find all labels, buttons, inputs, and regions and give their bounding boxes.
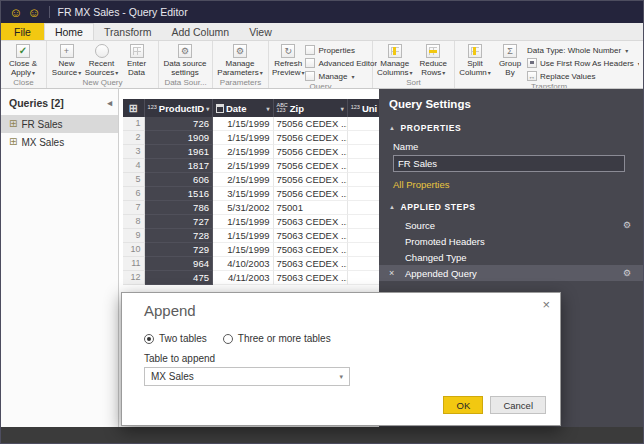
cell-units[interactable] (348, 145, 379, 159)
close-apply-button[interactable]: ✓ Close & Apply▾ (3, 43, 43, 78)
cell-date[interactable]: 2/15/1999 (213, 159, 274, 173)
table-row[interactable]: 2 1909 1/15/1999 75056 CEDEX ... (123, 131, 379, 145)
cell-productid[interactable]: 729 (145, 243, 213, 257)
recent-sources-button[interactable]: Recent Sources▾ (84, 43, 119, 78)
cell-date[interactable]: 2/15/1999 (213, 145, 274, 159)
cell-units[interactable] (348, 159, 379, 173)
tab-home[interactable]: Home (44, 23, 94, 40)
table-row[interactable]: 10 729 1/15/1999 75063 CEDEX ... (123, 243, 379, 257)
cell-date[interactable]: 1/15/1999 (213, 243, 274, 257)
cell-units[interactable] (348, 173, 379, 187)
cell-zip[interactable]: 75056 CEDEX ... (274, 117, 348, 131)
properties-button[interactable]: Properties (305, 44, 377, 56)
cell-units[interactable] (348, 243, 379, 257)
radio-two-tables[interactable]: Two tables (144, 333, 207, 344)
column-header-zip[interactable]: ABC 123 Zip ▾ (274, 99, 348, 117)
cell-units[interactable] (348, 215, 379, 229)
cell-productid[interactable]: 1817 (145, 159, 213, 173)
sidebar-item-fr-sales[interactable]: ⊞ FR Sales (1, 115, 118, 133)
cell-units[interactable] (348, 201, 379, 215)
smiley-icon[interactable]: ☺ (9, 6, 22, 19)
smiley-icon[interactable]: ☺ (27, 6, 40, 19)
table-row[interactable]: 9 728 1/15/1999 75063 CEDEX ... (123, 229, 379, 243)
delete-step-icon[interactable]: × (389, 268, 394, 278)
sidebar-item-mx-sales[interactable]: ⊞ MX Sales (1, 133, 118, 151)
cell-productid[interactable]: 1961 (145, 145, 213, 159)
advanced-editor-button[interactable]: Advanced Editor (305, 57, 377, 69)
cell-zip[interactable]: 75063 CEDEX ... (274, 243, 348, 257)
data-type-button[interactable]: Data Type: Whole Number▾ (527, 44, 639, 56)
tab-transform[interactable]: Transform (94, 23, 161, 40)
radio-unselected-icon[interactable] (223, 334, 233, 344)
cell-zip[interactable]: 75056 CEDEX ... (274, 159, 348, 173)
query-name-input[interactable] (393, 155, 625, 172)
split-column-button[interactable]: Split Column▾ (457, 43, 493, 78)
cell-zip[interactable]: 75056 CEDEX ... (274, 131, 348, 145)
cell-units[interactable] (348, 131, 379, 145)
table-row[interactable]: 1 726 1/15/1999 75056 CEDEX ... (123, 117, 379, 131)
cell-productid[interactable]: 1516 (145, 187, 213, 201)
cell-zip[interactable]: 75063 CEDEX ... (274, 257, 348, 271)
first-row-headers-button[interactable]: Use First Row As Headers▾ (527, 57, 639, 69)
table-row[interactable]: 12 475 4/11/2003 75063 CEDEX ... (123, 271, 379, 285)
group-by-button[interactable]: Σ Group By (493, 43, 527, 78)
table-row[interactable]: 3 1961 2/15/1999 75056 CEDEX ... (123, 145, 379, 159)
cell-productid[interactable]: 964 (145, 257, 213, 271)
cell-units[interactable] (348, 257, 379, 271)
cell-zip[interactable]: 75056 CEDEX ... (274, 145, 348, 159)
refresh-preview-button[interactable]: ↻ Refresh Preview▾ (271, 43, 305, 78)
radio-selected-icon[interactable] (144, 334, 154, 344)
tab-view[interactable]: View (239, 23, 282, 40)
cell-productid[interactable]: 726 (145, 117, 213, 131)
cell-productid[interactable]: 786 (145, 201, 213, 215)
replace-values-button[interactable]: ↔ Replace Values (527, 70, 639, 82)
cell-zip[interactable]: 75063 CEDEX ... (274, 271, 348, 285)
applied-steps-section-header[interactable]: ▲ APPLIED STEPS (379, 199, 643, 215)
applied-step-changed-type[interactable]: Changed Type (379, 249, 643, 265)
tab-file[interactable]: File (1, 23, 44, 40)
data-source-settings-button[interactable]: ⚙ Data source settings (161, 43, 209, 78)
gear-icon[interactable]: ⚙ (623, 268, 631, 278)
cell-date[interactable]: 5/31/2002 (213, 201, 274, 215)
cell-productid[interactable]: 1909 (145, 131, 213, 145)
cell-zip[interactable]: 75063 CEDEX ... (274, 215, 348, 229)
cell-zip[interactable]: 75063 CEDEX ... (274, 229, 348, 243)
table-row[interactable]: 8 727 1/15/1999 75063 CEDEX ... (123, 215, 379, 229)
cell-date[interactable]: 2/15/1999 (213, 173, 274, 187)
properties-section-header[interactable]: ▲ PROPERTIES (379, 120, 643, 136)
cell-units[interactable] (348, 271, 379, 285)
manage-button[interactable]: Manage▾ (305, 70, 377, 82)
manage-columns-button[interactable]: Manage Columns▾ (375, 43, 414, 78)
collapse-pane-icon[interactable]: ◂ (107, 98, 112, 108)
cancel-button[interactable]: Cancel (490, 396, 546, 414)
enter-data-button[interactable]: Enter Data (119, 43, 154, 78)
table-menu-cell[interactable]: ⊞ (123, 99, 145, 117)
cell-productid[interactable]: 475 (145, 271, 213, 285)
cell-date[interactable]: 1/15/1999 (213, 131, 274, 145)
table-row[interactable]: 11 964 4/10/2003 75063 CEDEX ... (123, 257, 379, 271)
cell-date[interactable]: 3/15/1999 (213, 187, 274, 201)
radio-three-or-more-tables[interactable]: Three or more tables (223, 333, 331, 344)
table-row[interactable]: 6 1516 3/15/1999 75056 CEDEX ... (123, 187, 379, 201)
cell-units[interactable] (348, 117, 379, 131)
table-row[interactable]: 4 1817 2/15/1999 75056 CEDEX ... (123, 159, 379, 173)
cell-units[interactable] (348, 187, 379, 201)
cell-zip[interactable]: 75056 CEDEX ... (274, 187, 348, 201)
gear-icon[interactable]: ⚙ (623, 220, 631, 230)
applied-step-promoted-headers[interactable]: Promoted Headers (379, 233, 643, 249)
all-properties-link[interactable]: All Properties (379, 172, 643, 199)
column-header-units[interactable]: 123 Uni (348, 99, 379, 117)
filter-chevron-icon[interactable]: ▾ (264, 105, 269, 112)
dialog-close-icon[interactable]: × (542, 298, 550, 311)
cell-productid[interactable]: 727 (145, 215, 213, 229)
ok-button[interactable]: OK (443, 396, 483, 414)
cell-date[interactable]: 4/11/2003 (213, 271, 274, 285)
new-source-button[interactable]: + New Source▾ (49, 43, 84, 78)
cell-zip[interactable]: 75001 (274, 201, 348, 215)
cell-zip[interactable]: 75056 CEDEX ... (274, 173, 348, 187)
cell-date[interactable]: 1/15/1999 (213, 117, 274, 131)
filter-chevron-icon[interactable]: ▾ (339, 105, 344, 112)
cell-units[interactable] (348, 229, 379, 243)
table-to-append-dropdown[interactable]: MX Sales ▾ (144, 367, 350, 386)
cell-date[interactable]: 1/15/1999 (213, 229, 274, 243)
